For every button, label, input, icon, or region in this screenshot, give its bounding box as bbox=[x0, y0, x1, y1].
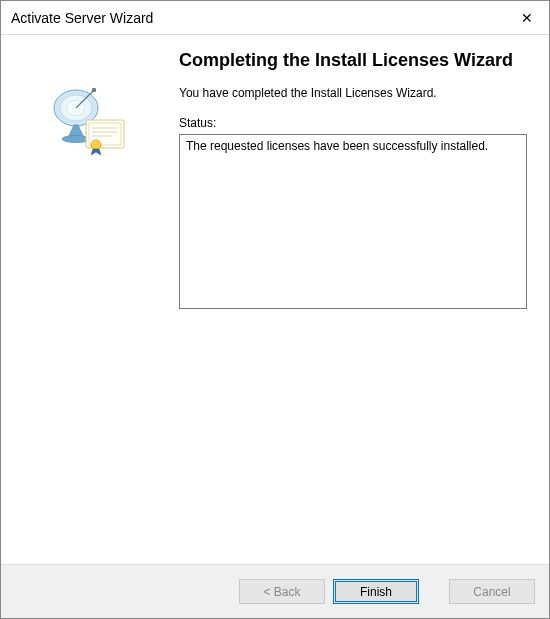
svg-point-4 bbox=[92, 88, 96, 92]
finish-button[interactable]: Finish bbox=[333, 579, 419, 604]
page-title: Completing the Install Licenses Wizard bbox=[179, 49, 527, 72]
status-text: The requested licenses have been success… bbox=[186, 139, 488, 153]
close-icon: ✕ bbox=[521, 10, 533, 26]
status-box[interactable]: The requested licenses have been success… bbox=[179, 134, 527, 309]
cancel-button: Cancel bbox=[449, 579, 535, 604]
intro-text: You have completed the Install Licenses … bbox=[179, 86, 527, 100]
wizard-footer: < Back Finish Cancel bbox=[1, 564, 549, 618]
content-area: Completing the Install Licenses Wizard Y… bbox=[1, 35, 549, 564]
svg-point-11 bbox=[91, 140, 101, 150]
satellite-license-icon bbox=[46, 80, 126, 155]
wizard-sidebar bbox=[1, 35, 171, 564]
back-button: < Back bbox=[239, 579, 325, 604]
status-label: Status: bbox=[179, 116, 527, 130]
titlebar: Activate Server Wizard ✕ bbox=[1, 1, 549, 35]
close-button[interactable]: ✕ bbox=[504, 1, 549, 34]
window-title: Activate Server Wizard bbox=[11, 10, 153, 26]
wizard-main: Completing the Install Licenses Wizard Y… bbox=[171, 35, 549, 564]
